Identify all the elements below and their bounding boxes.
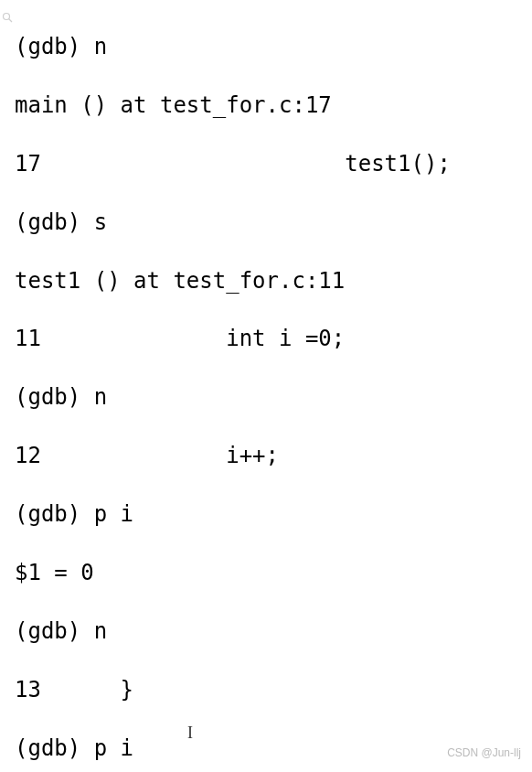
output-line: test1 () at test_for.c:11: [15, 267, 525, 296]
output-line: (gdb) p i: [15, 500, 525, 530]
output-line: (gdb) n: [15, 383, 525, 413]
output-line: 13 }: [15, 676, 525, 705]
svg-line-1: [9, 19, 13, 23]
output-line: 17 test1();: [15, 150, 525, 179]
output-line: 12 i++;: [15, 442, 525, 471]
find-icon: [2, 4, 13, 16]
output-line: $1 = 0: [15, 559, 525, 588]
output-line: 11 int i =0;: [15, 325, 525, 354]
output-line: main () at test_for.c:17: [15, 91, 525, 121]
text-cursor-icon: I: [187, 723, 193, 745]
svg-point-0: [4, 14, 10, 20]
output-line: (gdb) s: [15, 209, 525, 238]
terminal-output[interactable]: (gdb) n main () at test_for.c:17 17 test…: [15, 4, 525, 772]
output-line: (gdb) n: [15, 617, 525, 647]
output-line: (gdb) n: [15, 33, 525, 62]
watermark: CSDN @Jun-llj: [447, 746, 521, 761]
